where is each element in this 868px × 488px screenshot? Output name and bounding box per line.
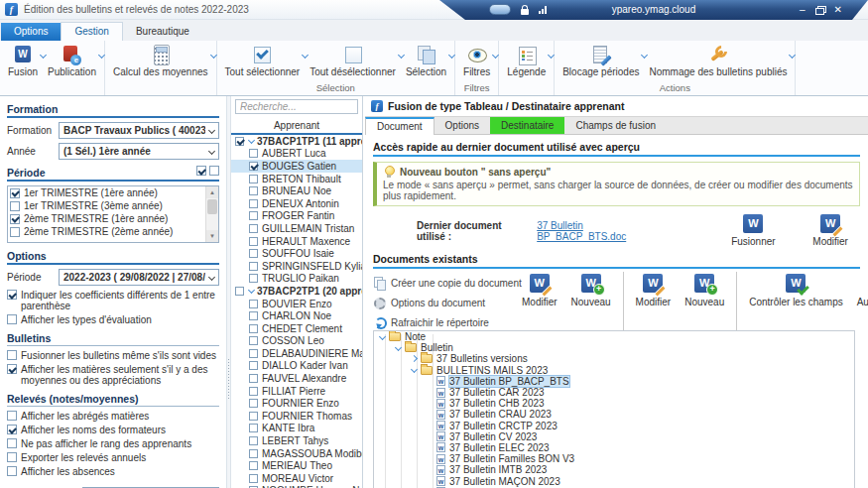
option-checkbox[interactable] bbox=[7, 290, 17, 300]
student-row[interactable]: GUILLEMAIN Tristan bbox=[231, 222, 362, 235]
student-row[interactable]: DIALLO Kader Ivan bbox=[231, 360, 362, 373]
ribbon-button[interactable]: Légende bbox=[502, 43, 551, 79]
fusion-tab[interactable]: Champs de fusion bbox=[564, 117, 667, 134]
student-checkbox[interactable] bbox=[249, 262, 258, 271]
student-row[interactable]: FOURNIER Enzo bbox=[231, 397, 362, 410]
option-checkbox[interactable] bbox=[7, 452, 17, 462]
periode-option-select[interactable]: 2022-2023 ( 29/08/2022 | 27/08/2023 ) bbox=[59, 269, 219, 286]
tree-row[interactable]: 37 Bulletin MAÇON 2023 bbox=[374, 475, 854, 486]
student-checkbox[interactable] bbox=[249, 199, 258, 208]
tree-row[interactable]: 37 Bulletin CRCTP 2023 bbox=[374, 421, 854, 431]
student-checkbox[interactable] bbox=[249, 324, 258, 333]
student-checkbox[interactable] bbox=[249, 336, 258, 345]
periode-checkbox[interactable] bbox=[10, 227, 20, 237]
student-checkbox[interactable] bbox=[249, 399, 258, 408]
student-checkbox[interactable] bbox=[249, 175, 258, 183]
student-row[interactable]: SPRINGINSFELD Kylian bbox=[231, 260, 362, 273]
ribbon-button[interactable]: Sélection bbox=[401, 43, 451, 79]
fusion-tab[interactable]: Options bbox=[434, 117, 490, 134]
periode-item[interactable]: 1er TRIMESTRE (3ème année) bbox=[8, 199, 204, 212]
student-row[interactable]: LEBERT Tahys bbox=[231, 434, 362, 447]
student-row[interactable]: MERIEAU Theo bbox=[231, 459, 362, 472]
ribbon-button[interactable]: Tout désélectionner bbox=[305, 43, 401, 79]
student-checkbox[interactable] bbox=[249, 349, 258, 358]
document-button[interactable]: Autre document bbox=[857, 274, 868, 307]
document-button[interactable]: Nouveau bbox=[571, 274, 611, 307]
student-checkbox[interactable] bbox=[249, 300, 258, 308]
student-row[interactable]: BRETON Thibault bbox=[231, 173, 362, 185]
student-checkbox[interactable] bbox=[249, 162, 258, 171]
student-checkbox[interactable] bbox=[249, 237, 258, 246]
ribbon-button[interactable]: Publication bbox=[43, 43, 101, 79]
tree-row[interactable]: 37 Bulletin Familles BON V3 bbox=[374, 453, 854, 464]
formation-select[interactable]: BACP Travaux Publics ( 40023102 | BACI bbox=[59, 122, 219, 139]
chevron-down-icon[interactable] bbox=[448, 52, 455, 59]
minimize-button[interactable]: – bbox=[800, 3, 806, 16]
student-checkbox[interactable] bbox=[249, 449, 258, 458]
option-checkbox[interactable] bbox=[7, 438, 17, 448]
scroll-thumb[interactable] bbox=[207, 199, 217, 214]
periode-scrollbar[interactable]: ▲ ▼ bbox=[205, 186, 218, 242]
student-row[interactable]: DENEUX Antonin bbox=[231, 197, 362, 210]
student-row[interactable]: BOUVIER Enzo bbox=[231, 298, 362, 310]
periode-item[interactable]: 2ème TRIMESTRE (1ère année) bbox=[8, 212, 204, 225]
annee-select[interactable]: (1 Sél.) 1ère année bbox=[59, 143, 219, 160]
option-checkbox-row[interactable]: Exporter les relevés annuels bbox=[7, 452, 219, 463]
document-button[interactable]: Modifier bbox=[522, 274, 558, 307]
search-input[interactable] bbox=[235, 99, 358, 114]
group-chevron-icon[interactable] bbox=[248, 137, 255, 144]
modifier-button[interactable]: Modifier bbox=[801, 214, 860, 247]
option-checkbox-row[interactable]: Afficher les abrégés matières bbox=[7, 411, 219, 422]
chevron-down-icon[interactable] bbox=[492, 52, 499, 59]
create-copy-action[interactable]: Créer une copie du document bbox=[373, 277, 510, 289]
student-row[interactable]: 37BACP2TP1 (20 apprenants) bbox=[231, 285, 362, 298]
scroll-up-button[interactable]: ▲ bbox=[206, 186, 218, 198]
student-row[interactable]: SOUFFOU Isaie bbox=[231, 247, 362, 260]
student-checkbox[interactable] bbox=[249, 211, 258, 220]
close-button[interactable]: ✕ bbox=[834, 3, 842, 16]
fusion-tab[interactable]: Document bbox=[365, 117, 434, 135]
scroll-down-button[interactable]: ▼ bbox=[206, 230, 218, 242]
student-checkbox[interactable] bbox=[249, 436, 258, 445]
student-checkbox[interactable] bbox=[249, 224, 258, 233]
chevron-down-icon[interactable] bbox=[548, 52, 555, 59]
tree-chevron-icon[interactable] bbox=[395, 344, 402, 351]
student-row[interactable]: FOURNIER Thomas bbox=[231, 410, 362, 423]
student-row[interactable]: BOUGES Gatien bbox=[231, 160, 362, 173]
tree-row[interactable]: 37 Bulletin CRAU 2023 bbox=[374, 409, 854, 420]
ribbon-button[interactable]: Tout sélectionner bbox=[220, 43, 306, 79]
ribbon-button[interactable]: Calcul des moyennes bbox=[108, 43, 213, 79]
tree-row[interactable]: BULLETINS MAILS 2023 bbox=[374, 365, 854, 376]
option-checkbox-row[interactable]: Afficher les noms des formateurs bbox=[7, 425, 219, 435]
fusionner-button[interactable]: Fusionner bbox=[723, 214, 783, 247]
student-row[interactable]: FROGER Fantin bbox=[231, 210, 362, 223]
tree-row[interactable]: 37 Bulletin CHB 2023 bbox=[374, 398, 854, 409]
ribbon-button[interactable]: Blocage périodes bbox=[558, 43, 644, 79]
document-button[interactable]: Contrôler les champs bbox=[749, 274, 842, 307]
tree-row[interactable]: Bulletin bbox=[374, 342, 854, 353]
student-checkbox[interactable] bbox=[249, 274, 258, 283]
document-button[interactable]: Nouveau bbox=[684, 274, 724, 307]
option-checkbox[interactable] bbox=[7, 364, 17, 374]
chevron-down-icon[interactable] bbox=[210, 52, 217, 59]
group-chevron-icon[interactable] bbox=[248, 287, 255, 294]
student-row[interactable]: 37BACP1TP1 (11 apprenants) bbox=[231, 135, 362, 148]
option-checkbox[interactable] bbox=[7, 350, 17, 360]
tree-row[interactable]: 37 Bulletin IMTB 2023 bbox=[374, 464, 854, 475]
student-checkbox[interactable] bbox=[249, 186, 258, 195]
periode-checkbox[interactable] bbox=[10, 214, 20, 224]
tree-chevron-icon[interactable] bbox=[411, 366, 418, 373]
student-checkbox[interactable] bbox=[249, 412, 258, 421]
cloud-menu-button[interactable] bbox=[489, 4, 511, 15]
option-checkbox-row[interactable]: Ne pas afficher le rang des apprenants bbox=[7, 438, 219, 449]
main-tab[interactable]: Bureautique bbox=[123, 23, 202, 41]
apprenant-column-header[interactable]: Apprenant bbox=[231, 117, 362, 133]
student-checkbox[interactable] bbox=[249, 424, 258, 432]
tree-row[interactable]: 37 Bulletin CAR 2023 bbox=[374, 387, 854, 398]
main-tab[interactable]: Options bbox=[1, 23, 61, 41]
document-button[interactable]: Modifier bbox=[636, 274, 672, 307]
ribbon-button[interactable]: Filtres bbox=[458, 43, 495, 79]
periode-checkbox[interactable] bbox=[10, 201, 20, 211]
student-row[interactable]: TRUGLIO Paikan bbox=[231, 273, 362, 286]
fusion-tab[interactable]: Destinataire bbox=[490, 117, 564, 134]
